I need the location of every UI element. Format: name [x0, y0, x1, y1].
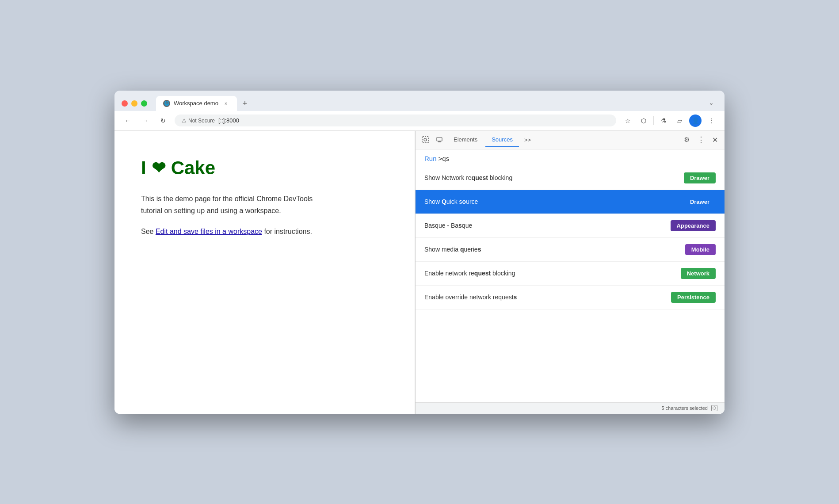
- tab-close-button[interactable]: ×: [222, 99, 230, 107]
- page-heading: I ❤ Cake: [141, 157, 388, 179]
- profile-button[interactable]: 👤: [689, 115, 702, 127]
- result-text-r3: Basque - Basque: [424, 222, 671, 229]
- not-secure-text: Not Secure: [188, 118, 215, 124]
- lab-button[interactable]: ⚗: [657, 115, 670, 127]
- heading-i: I: [141, 157, 146, 179]
- new-tab-button[interactable]: +: [239, 98, 251, 110]
- result-item-r2[interactable]: Show Quick source Drawer: [416, 190, 725, 214]
- devtools-statusbar: 5 characters selected ⬡: [416, 402, 725, 414]
- nav-bar: ← → ↻ ⚠ Not Secure [::]​:8000 ☆ ⬡ ⚗ ▱ 👤 …: [114, 111, 725, 131]
- result-badge-r1[interactable]: Drawer: [684, 172, 716, 183]
- main-content: I ❤ Cake This is the demo page for the o…: [114, 131, 725, 414]
- paragraph-2: See Edit and save files in a workspace f…: [141, 225, 327, 237]
- p2-prefix: See: [141, 228, 156, 235]
- heading-cake: Cake: [171, 157, 215, 179]
- back-button[interactable]: ←: [122, 115, 134, 127]
- traffic-lights: [122, 100, 147, 107]
- svg-rect-2: [437, 137, 442, 141]
- devtools-toolbar: Elements Sources >> ⚙ ⋮ ✕: [416, 131, 725, 149]
- result-badge-r2[interactable]: Drawer: [684, 196, 716, 207]
- result-text-r1: Show Network request blocking: [424, 174, 684, 181]
- address-text: [::]​:8000: [218, 117, 239, 124]
- forward-button[interactable]: →: [139, 115, 152, 127]
- command-results: Show Network request blocking Drawer Sho…: [416, 166, 725, 402]
- split-button[interactable]: ▱: [673, 115, 686, 127]
- tab-favicon: 🌐: [163, 100, 170, 107]
- active-tab[interactable]: 🌐 Workspace demo ×: [156, 96, 237, 111]
- sources-tab[interactable]: Sources: [485, 133, 519, 147]
- not-secure-indicator: ⚠ Not Secure: [182, 118, 215, 124]
- close-devtools-button[interactable]: ✕: [709, 134, 721, 146]
- svg-point-1: [424, 138, 427, 141]
- result-text-r2: Show Quick source: [424, 198, 684, 205]
- reload-button[interactable]: ↻: [157, 115, 169, 127]
- result-item-r3[interactable]: Basque - Basque Appearance: [416, 214, 725, 238]
- tab-overflow-button[interactable]: ⌄: [705, 96, 717, 109]
- svg-rect-0: [422, 137, 428, 143]
- result-badge-r6[interactable]: Persistence: [671, 292, 716, 303]
- run-label: Run: [424, 155, 437, 162]
- result-text-r4: Show media queries: [424, 246, 685, 253]
- p2-suffix: for instructions.: [262, 228, 312, 235]
- more-options-button[interactable]: ⋮: [694, 134, 707, 146]
- result-item-r4[interactable]: Show media queries Mobile: [416, 238, 725, 262]
- settings-button[interactable]: ⚙: [680, 134, 693, 146]
- tab-bar: 🌐 Workspace demo × +: [156, 96, 700, 111]
- nav-actions: ☆ ⬡ ⚗ ▱ 👤 ⋮: [622, 115, 717, 127]
- result-item-r1[interactable]: Show Network request blocking Drawer: [416, 166, 725, 190]
- webpage: I ❤ Cake This is the demo page for the o…: [114, 131, 415, 414]
- extension-button[interactable]: ⬡: [637, 115, 650, 127]
- result-badge-r4[interactable]: Mobile: [685, 244, 716, 255]
- elements-tab[interactable]: Elements: [447, 133, 484, 147]
- workspace-link[interactable]: Edit and save files in a workspace: [156, 228, 262, 235]
- warning-icon: ⚠: [182, 118, 187, 124]
- result-badge-r3[interactable]: Appearance: [671, 220, 716, 231]
- result-item-r5[interactable]: Enable network request blocking Network: [416, 262, 725, 286]
- result-item-r6[interactable]: Enable override network requests Persist…: [416, 286, 725, 309]
- command-input-area[interactable]: Run >qs: [424, 155, 716, 162]
- heart-icon: ❤: [152, 158, 166, 178]
- more-tabs-button[interactable]: >>: [521, 135, 534, 145]
- tab-title: Workspace demo: [174, 100, 218, 107]
- paragraph-1: This is the demo page for the official C…: [141, 193, 327, 217]
- address-bar[interactable]: ⚠ Not Secure [::]​:8000: [175, 115, 616, 126]
- bookmark-button[interactable]: ☆: [622, 115, 634, 127]
- close-button[interactable]: [122, 100, 128, 107]
- title-bar: 🌐 Workspace demo × + ⌄: [114, 91, 725, 111]
- maximize-button[interactable]: [141, 100, 147, 107]
- result-text-r6: Enable override network requests: [424, 294, 671, 301]
- svg-rect-3: [438, 141, 441, 142]
- command-palette: Run >qs: [416, 149, 725, 166]
- inspect-element-button[interactable]: [419, 134, 431, 146]
- chars-selected-status: 5 characters selected: [661, 405, 708, 411]
- nav-divider: [653, 116, 654, 125]
- devtools-panel: Elements Sources >> ⚙ ⋮ ✕ Run >qs Sh: [415, 131, 725, 414]
- result-text-r5: Enable network request blocking: [424, 270, 681, 277]
- device-toolbar-button[interactable]: [433, 134, 446, 146]
- browser-window: 🌐 Workspace demo × + ⌄ ← → ↻ ⚠ Not Secur…: [114, 91, 725, 414]
- page-body: This is the demo page for the official C…: [141, 193, 327, 238]
- command-query: >qs: [439, 155, 450, 162]
- chrome-menu-button[interactable]: ⋮: [705, 115, 717, 127]
- status-icon: ⬡: [711, 405, 717, 411]
- result-badge-r5[interactable]: Network: [681, 268, 716, 279]
- minimize-button[interactable]: [131, 100, 137, 107]
